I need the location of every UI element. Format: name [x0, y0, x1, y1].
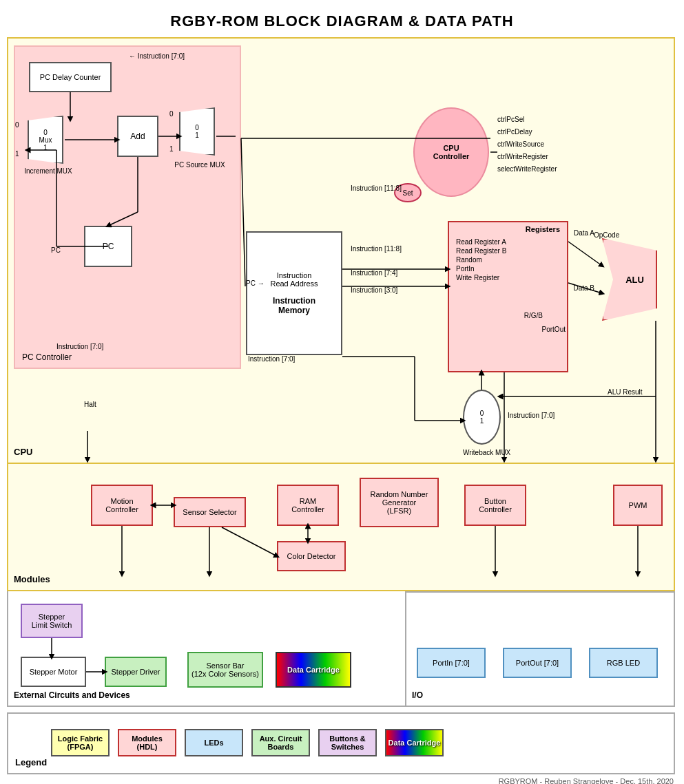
inc-mux-input1: 1 [15, 150, 19, 158]
ram-controller-box: RAMController [277, 485, 339, 526]
cpu-section: CPU PC Controller PC Delay Counter 0 1 0… [7, 37, 675, 464]
data-cart-label: Data Cartridge [287, 666, 340, 674]
external-label: External Circuits and Devices [14, 690, 130, 700]
add-box: Add [117, 116, 158, 157]
legend-fpga-label: Logic Fabric(FPGA) [58, 734, 103, 751]
sig-instr-11-8-bot: Instruction [11:8] [351, 245, 402, 253]
sensor-bar-box: Sensor Bar(12x Color Sensors) [187, 652, 263, 688]
sig-instr-78: ← Instruction [7:0] [129, 52, 185, 60]
io-label: I/O [412, 690, 423, 700]
legend-aux-box: Aux. CircuitBoards [251, 729, 310, 756]
io-section: I/O PortIn [7:0] PortOut [7:0] RGB LED [406, 591, 675, 707]
legend-aux-item: Aux. CircuitBoards [251, 729, 310, 759]
increment-mux-shape: 0Mux1 [28, 116, 63, 164]
sig-pc: PC [51, 246, 61, 254]
data-cartridge-ext-box: Data Cartridge [276, 652, 351, 688]
alu-result-label: ALU Result [608, 388, 643, 396]
pc-controller-box: PC Controller PC Delay Counter 0 1 0Mux1… [14, 45, 241, 369]
legend-modules-box: Modules(HDL) [118, 729, 176, 756]
pc-controller-svg [15, 47, 240, 368]
btn-ctrl-label: ButtonController [479, 497, 512, 513]
legend-aux-label: Aux. CircuitBoards [260, 734, 302, 751]
rng-label: Random NumberGenerator(LFSR) [371, 490, 428, 515]
legend-section: Legend Logic Fabric(FPGA) Modules(HDL) L… [7, 712, 675, 774]
modules-label: Modules [14, 574, 50, 584]
cpu-controller-ellipse: CPU Controller [413, 107, 489, 197]
sig-instr-70-wb: Instruction [7:0] [508, 412, 555, 419]
delay-counter-label: PC Delay Counter [40, 73, 101, 81]
wb-input0: 0 [480, 410, 484, 417]
instr-mem-line4: Memory [278, 306, 310, 315]
portout-label: PortOut [7:0] [516, 659, 559, 667]
data-a-label: Data A [574, 229, 594, 237]
legend-buttons-label: Buttons &Switches [329, 734, 366, 751]
stepper-motor-box: Stepper Motor [21, 657, 86, 687]
footer: RGBYROM - Reuben Strangelove - Dec. 15th… [0, 774, 684, 784]
increment-mux-label: Increment MUX [24, 167, 72, 175]
legend-leds-item: LEDs [185, 729, 243, 759]
sig-instr-74: Instruction [7:4] [351, 269, 397, 277]
ctrl-writereg: ctrlWriteRegister [497, 153, 548, 160]
instr-mem-line2: Read Address [270, 279, 318, 288]
sig-instr-30: Instruction [3:0] [351, 286, 397, 294]
registers-title: Registers [526, 225, 560, 233]
stepper-limit-label: StepperLimit Switch [32, 613, 72, 629]
halt-label: Halt [84, 401, 96, 408]
legend-modules-item: Modules(HDL) [118, 729, 176, 759]
rgb-led-label: RGB LED [607, 659, 640, 667]
pc-src-input1: 1 [169, 145, 174, 153]
writeback-ellipse: 0 1 [463, 390, 501, 445]
legend-leds-box: LEDs [185, 729, 243, 756]
rgb-label: R/G/B [524, 312, 543, 319]
color-detector-box: Color Detector [277, 541, 346, 571]
svg-line-9 [241, 138, 245, 286]
legend-fpga-box: Logic Fabric(FPGA) [51, 729, 110, 756]
mux-inner-label: 0Mux1 [39, 129, 52, 151]
registers-box: Registers Read Register A Read Register … [448, 221, 568, 372]
legend-buttons-item: Buttons &Switches [318, 729, 377, 759]
sensor-sel-label: Sensor Selector [183, 508, 236, 516]
pc-inner-label: PC [103, 242, 114, 251]
legend-datacart-item: Data Cartridge [385, 729, 444, 759]
svg-line-8 [108, 212, 138, 226]
data-b-label: Data B [573, 284, 594, 292]
pc-source-mux-shape: 01 [179, 107, 215, 156]
motion-controller-box: MotionController [91, 485, 153, 526]
sensor-selector-box: Sensor Selector [174, 497, 246, 527]
reg-row-portin: PortIn [453, 264, 563, 273]
color-det-label: Color Detector [287, 552, 336, 560]
legend-fpga: Logic Fabric(FPGA) [51, 729, 110, 759]
inc-mux-input0: 0 [15, 121, 19, 129]
delay-counter-box: PC Delay Counter [29, 62, 112, 92]
add-label: Add [130, 131, 145, 141]
reg-row-write: Write Register [453, 273, 563, 282]
motion-label: MotionController [105, 497, 138, 513]
legend-leds-label: LEDs [204, 739, 223, 747]
pc-controller-label: PC Controller [22, 352, 72, 362]
set-label: Set [402, 189, 413, 197]
sig-instr-70-below: Instruction [7:0] [248, 355, 295, 363]
reg-row-b: Read Register B [453, 246, 563, 255]
legend-datacart-box: Data Cartridge [385, 729, 444, 756]
portout-box: PortOut [7:0] [503, 648, 572, 678]
legend-modules-label: Modules(HDL) [132, 734, 163, 751]
opcode-label: OpCode [594, 231, 619, 239]
ext-io-row: External Circuits and Devices StepperLim… [7, 591, 675, 707]
registers-rows: Read Register A Read Register B Random P… [453, 237, 563, 282]
pc-src-input0: 0 [169, 110, 174, 118]
legend-items: Logic Fabric(FPGA) Modules(HDL) LEDs Aux… [51, 729, 444, 759]
instr-mem-line3: Instruction [273, 296, 315, 306]
legend-buttons-box: Buttons &Switches [318, 729, 377, 756]
portin-label: PortIn [7:0] [433, 659, 470, 667]
stepper-driver-box: Stepper Driver [105, 657, 167, 687]
pc-inner-box: PC [84, 226, 132, 267]
stepper-limit-box: StepperLimit Switch [21, 604, 83, 638]
stepper-motor-label: Stepper Motor [30, 668, 78, 676]
writeback-label: Writeback MUX [463, 449, 510, 456]
external-section: External Circuits and Devices StepperLim… [7, 591, 406, 707]
alu-shape: ALU [602, 238, 657, 321]
pc-source-mux-label: PC Source MUX [172, 161, 227, 169]
pwm-label: PWM [629, 501, 647, 509]
increment-mux-area: 0 1 0Mux1 Increment MUX [28, 116, 63, 164]
page-title: RGBY-ROM BLOCK DIAGRAM & DATA PATH [0, 0, 684, 37]
